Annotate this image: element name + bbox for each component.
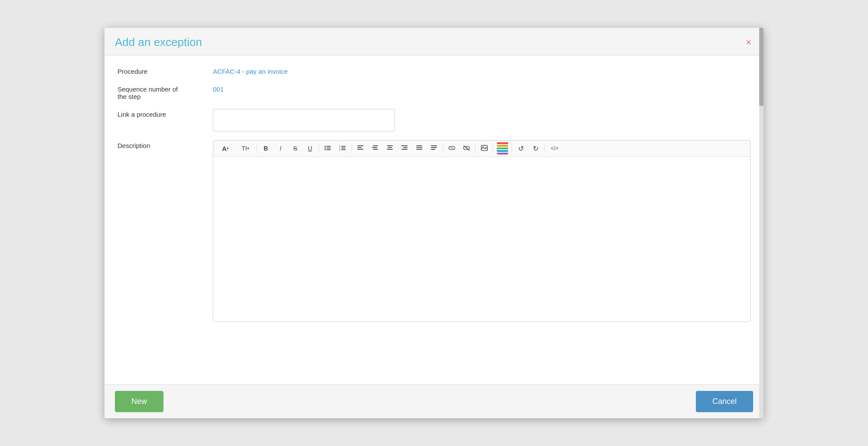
align-outdent-button[interactable] [368,142,382,154]
svg-rect-29 [431,147,437,148]
sequence-value: 001 [213,84,224,93]
svg-rect-15 [373,145,378,146]
svg-rect-19 [387,145,393,146]
insert-link-button[interactable] [445,142,459,154]
heading-label: TI [241,145,247,152]
svg-rect-9 [341,148,346,148]
svg-point-4 [325,149,326,150]
link-procedure-row: Link a procedure [117,109,751,131]
undo-icon: ↺ [518,144,524,153]
separator-2 [319,144,319,153]
svg-point-0 [325,145,326,147]
align-justify-button[interactable] [412,142,426,154]
svg-rect-27 [416,149,422,150]
underline-button[interactable]: U [303,142,317,154]
bold-button[interactable]: B [259,142,273,154]
align-left-icon [357,145,363,152]
align-center-button[interactable] [383,142,397,154]
link-icon [448,145,455,152]
ordered-list-button[interactable]: 1.2.3. [336,142,349,154]
separator-6 [493,144,493,153]
remove-link-button[interactable] [460,142,473,154]
align-left-button[interactable] [353,142,367,154]
cancel-button[interactable]: Cancel [696,391,753,412]
svg-marker-18 [372,147,373,148]
dialog-title: Add an exception [115,36,202,49]
link-procedure-input[interactable] [213,109,395,131]
svg-rect-26 [416,147,422,148]
svg-rect-22 [401,145,408,146]
svg-rect-20 [388,147,392,148]
svg-rect-13 [357,147,362,148]
dialog-body: Procedure ACFAC-4 - pay an invoice Seque… [104,56,764,384]
ordered-list-icon: 1.2.3. [339,145,346,152]
svg-text:3.: 3. [339,149,341,151]
font-label: A [222,145,227,152]
undo-button[interactable]: ↺ [514,142,528,154]
svg-rect-7 [341,146,346,147]
strikethrough-button[interactable]: S [288,142,302,154]
svg-rect-12 [357,145,363,146]
heading-dropdown-icon: ▾ [247,146,249,151]
scrollbar-track[interactable] [759,28,764,418]
svg-rect-16 [373,147,377,148]
align-right-button[interactable] [398,142,411,154]
sequence-label: Sequence number ofthe step [117,84,213,100]
sequence-row: Sequence number ofthe step 001 [117,84,751,100]
svg-rect-14 [357,149,363,150]
insert-image-button[interactable] [477,142,491,154]
description-label: Description [117,140,213,149]
italic-button[interactable]: I [274,142,287,154]
separator-4 [443,144,443,153]
svg-rect-11 [341,149,346,150]
align-full-button[interactable] [427,142,441,154]
svg-rect-3 [326,148,331,148]
source-button[interactable]: </> [546,142,563,154]
unlink-icon [463,145,470,152]
separator-8 [544,144,545,153]
redo-button[interactable]: ↻ [529,142,542,154]
align-center-icon [387,145,393,152]
color-stripes-icon [497,142,508,154]
svg-rect-23 [403,147,408,148]
svg-rect-30 [431,149,435,150]
procedure-value: ACFAC-4 - pay an invoice [213,66,288,75]
svg-rect-24 [401,149,408,150]
bullet-list-button[interactable] [321,142,335,154]
svg-rect-25 [416,145,422,146]
bullet-list-icon [324,145,331,152]
separator-7 [512,144,512,153]
color-picker-button[interactable] [495,142,510,154]
new-button[interactable]: New [115,391,163,412]
editor-toolbar: A ▾ TI ▾ B I [213,141,750,157]
strikethrough-icon: S [293,145,297,152]
align-outdent-icon [372,145,378,152]
font-dropdown-icon: ▾ [227,146,229,151]
add-exception-dialog: Add an exception × Procedure ACFAC-4 - p… [104,28,764,418]
source-icon: </> [551,145,558,151]
svg-rect-17 [373,149,378,150]
link-procedure-label: Link a procedure [117,109,213,118]
procedure-row: Procedure ACFAC-4 - pay an invoice [117,66,751,75]
description-section: Description A ▾ TI ▾ [117,140,751,322]
svg-line-31 [463,145,470,151]
redo-icon: ↻ [533,144,538,153]
align-right-icon [401,145,408,152]
dialog-footer: New Cancel [104,384,764,418]
scrollbar-thumb[interactable] [759,28,764,106]
description-editor[interactable] [213,157,750,321]
align-justify-icon [416,145,422,152]
bold-icon: B [264,145,268,152]
procedure-label: Procedure [117,66,213,75]
svg-rect-5 [326,149,331,150]
separator-5 [475,144,476,153]
font-button[interactable]: A ▾ [216,142,235,154]
close-button[interactable]: × [744,38,753,47]
underline-icon: U [308,145,312,152]
heading-button[interactable]: TI ▾ [236,142,255,154]
align-full-icon [431,145,437,152]
svg-point-2 [325,147,326,148]
separator-3 [351,144,352,153]
dialog-header: Add an exception × [104,28,764,56]
editor-wrapper: A ▾ TI ▾ B I [213,140,751,322]
